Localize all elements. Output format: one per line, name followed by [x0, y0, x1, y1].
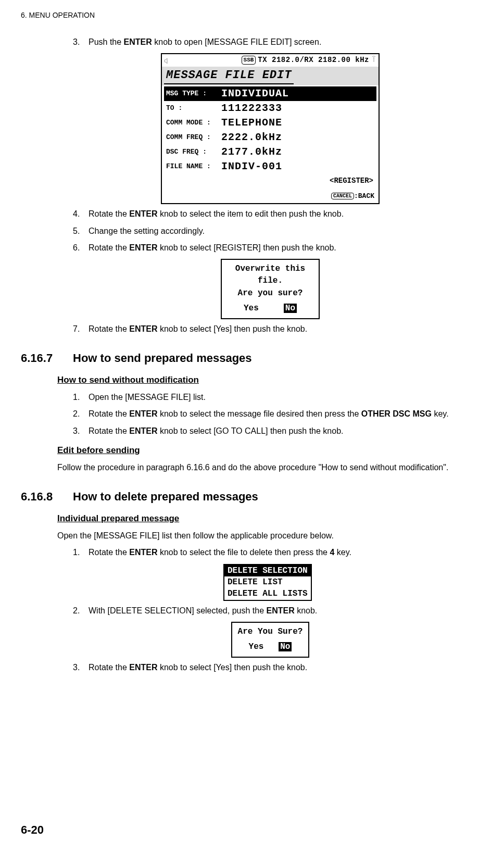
text: key. [334, 548, 351, 557]
section-number: 6.16.7 [21, 350, 73, 367]
paragraph: Open the [MESSAGE FILE] list then follow… [57, 530, 483, 542]
register-link: <REGISTER> [164, 174, 376, 187]
step-number: 6. [73, 242, 89, 254]
enter-knob: ENTER [129, 324, 157, 333]
step-text: Rotate the ENTER knob to select [REGISTE… [89, 242, 483, 254]
dialog-text: Overwrite this file. [226, 263, 314, 286]
enter-knob: ENTER [129, 663, 157, 672]
back-label: :BACK [354, 192, 374, 200]
field-label: FILE NAME : [164, 162, 221, 171]
step-3: 3. Push the ENTER knob to open [MESSAGE … [73, 36, 483, 48]
section-number: 6.16.8 [21, 489, 73, 505]
enter-knob: ENTER [129, 426, 157, 435]
section-title: How to delete prepared messages [73, 489, 258, 505]
cancel-button-label: CANCEL [331, 193, 354, 199]
dialog-text: Are you sure? [226, 287, 314, 299]
text: Rotate the [89, 409, 129, 418]
step-6-16-8-2: 2. With [DELETE SELECTION] selected, pus… [73, 605, 483, 617]
text: knob to select the item to edit then pus… [158, 209, 344, 218]
enter-knob: ENTER [129, 548, 157, 557]
step-text: Rotate the ENTER knob to select the mess… [89, 408, 483, 420]
step-6: 6. Rotate the ENTER knob to select [REGI… [73, 242, 483, 254]
step-6-16-8-1: 1. Rotate the ENTER knob to select the f… [73, 547, 483, 558]
field-value: TELEPHONE [221, 116, 282, 130]
comm-mode-row: COMM MODE : TELEPHONE [164, 116, 376, 130]
step-text: Rotate the ENTER knob to select [Yes] th… [89, 323, 483, 335]
step-4: 4. Rotate the ENTER knob to select the i… [73, 208, 483, 220]
comm-freq-row: COMM FREQ : 2222.0kHz [164, 130, 376, 145]
text: knob to select the file to delete then p… [158, 548, 330, 557]
field-label: MSG TYPE : [164, 89, 221, 98]
delete-selection-option: DELETE SELECTION [224, 565, 311, 576]
no-option: No [279, 642, 292, 651]
step-6-16-8-3: 3. Rotate the ENTER knob to select [Yes]… [73, 662, 483, 673]
step-number: 4. [73, 208, 89, 220]
dsc-freq-row: DSC FREQ : 2177.0kHz [164, 145, 376, 159]
text: knob to select [Yes] then push the knob. [158, 663, 308, 672]
screen-footer: CANCEL:BACK [162, 189, 379, 203]
step-text: Rotate the ENTER knob to select [Yes] th… [89, 662, 483, 673]
text: Rotate the [89, 663, 129, 672]
field-label: TO : [164, 104, 221, 113]
enter-knob: ENTER [129, 209, 157, 218]
delete-all-lists-option: DELETE ALL LISTS [224, 588, 311, 599]
enter-knob: ENTER [124, 37, 152, 46]
step-number: 3. [73, 662, 89, 673]
field-value: 111222333 [221, 101, 282, 116]
text: Push the [89, 37, 124, 46]
step-number: 1. [73, 392, 89, 403]
field-label: DSC FREQ : [164, 147, 221, 157]
enter-knob: ENTER [129, 243, 157, 252]
screen-title-bar: MESSAGE FILE EDIT [162, 67, 379, 86]
enter-knob: ENTER [266, 606, 294, 615]
text: Rotate the [89, 548, 129, 557]
text: knob to select [GO TO CALL] then push th… [158, 426, 344, 435]
screen-title: MESSAGE FILE EDIT [164, 68, 294, 85]
text: knob to select [Yes] then push the knob. [158, 324, 308, 333]
step-text: With [DELETE SELECTION] selected, push t… [89, 605, 483, 617]
yes-option: Yes [244, 304, 259, 313]
page-header: 6. MENU OPERATION [21, 10, 483, 21]
step-6-16-7-3: 3. Rotate the ENTER knob to select [GO T… [73, 425, 483, 437]
subsection-title: Individual prepared message [57, 512, 483, 525]
text: Rotate the [89, 243, 129, 252]
step-number: 2. [73, 408, 89, 420]
text: knob to open [MESSAGE FILE EDIT] screen. [152, 37, 321, 46]
text: key. [432, 409, 449, 418]
svg-point-0 [373, 57, 374, 58]
step-number: 5. [73, 225, 89, 237]
section-title: How to send prepared messages [73, 350, 252, 367]
step-text: Rotate the ENTER knob to select the item… [89, 208, 483, 220]
subsection-title: How to send without modification [57, 374, 483, 386]
step-number: 7. [73, 323, 89, 335]
step-number: 3. [73, 425, 89, 437]
field-value: 2177.0kHz [221, 145, 282, 159]
field-value: INDIV-001 [221, 159, 282, 174]
key-4: 4 [330, 548, 334, 557]
step-5: 5. Change the setting accordingly. [73, 225, 483, 237]
text: knob. [295, 606, 318, 615]
step-text: Change the setting accordingly. [89, 225, 483, 237]
step-6-16-7-1: 1. Open the [MESSAGE FILE] list. [73, 392, 483, 403]
file-name-row: FILE NAME : INDIV-001 [164, 159, 376, 174]
tx-rx-frequency: TX 2182.0/RX 2182.00 kHz [258, 55, 369, 66]
step-number: 2. [73, 605, 89, 617]
field-value: INDIVIDUAL [221, 86, 289, 101]
antenna-icon [371, 55, 376, 66]
delete-list-option: DELETE LIST [224, 576, 311, 588]
text: Rotate the [89, 426, 129, 435]
step-text: Push the ENTER knob to open [MESSAGE FIL… [89, 36, 483, 48]
field-label: COMM FREQ : [164, 133, 221, 142]
enter-knob: ENTER [129, 409, 157, 418]
message-file-edit-screen: SSB TX 2182.0/RX 2182.00 kHz MESSAGE FIL… [161, 53, 380, 204]
no-option: No [284, 304, 297, 313]
step-text: Rotate the ENTER knob to select the file… [89, 547, 483, 558]
step-text: Open the [MESSAGE FILE] list. [89, 392, 483, 403]
to-row: TO : 111222333 [164, 101, 376, 116]
field-label: COMM MODE : [164, 118, 221, 128]
are-you-sure-dialog: Are You Sure? Yes No [231, 622, 309, 658]
field-value: 2222.0kHz [221, 130, 282, 145]
text: knob to select the message file desired … [158, 409, 361, 418]
step-7: 7. Rotate the ENTER knob to select [Yes]… [73, 323, 483, 335]
yes-option: Yes [249, 642, 264, 651]
